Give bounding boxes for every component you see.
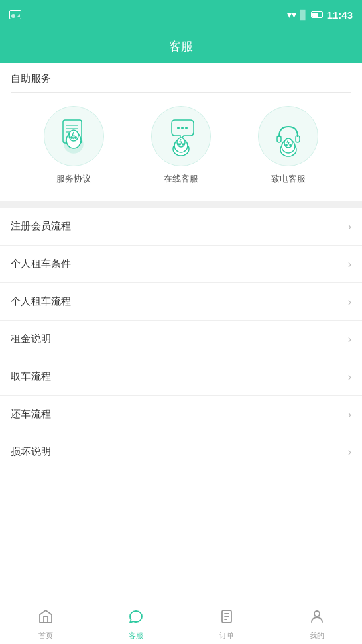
status-bar-left [9,10,21,19]
list-item-rent-flow[interactable]: 个人租车流程 › [0,283,362,321]
svg-point-8 [74,136,77,139]
nav-item-support[interactable]: 客服 [90,608,181,641]
service-grid: 服务协议 [0,93,362,201]
service-label-call: 致电客服 [271,173,306,185]
svg-point-22 [285,144,288,146]
page-title: 客服 [169,38,193,54]
orders-icon [219,608,235,629]
status-time: 11:43 [327,9,353,21]
list-item-label: 还车流程 [11,408,51,421]
nav-label-profile: 我的 [310,631,324,641]
block-separator [0,201,362,208]
svg-point-23 [289,144,292,146]
svg-point-28 [314,611,320,616]
service-icon-wrap-call [258,106,318,166]
svg-point-7 [70,136,73,139]
chevron-right-icon: › [348,296,351,308]
service-item-agreement[interactable]: 服务协议 [44,106,104,185]
list-item-pickup[interactable]: 取车流程 › [0,358,362,396]
list-item-rent-price[interactable]: 租金说明 › [0,321,362,358]
service-label-agreement: 服务协议 [56,173,91,185]
profile-icon [309,608,325,629]
section-header-self-service: 自助服务 [0,63,362,92]
service-icon-wrap-agreement [44,106,104,166]
nav-label-home: 首页 [38,631,53,641]
svg-point-16 [182,143,184,146]
wifi-icon: ▾▾ [287,9,296,20]
signal-icon: ▊ [300,10,307,20]
self-service-section: 自助服务 [0,63,362,201]
chevron-right-icon: › [348,221,351,233]
list-item-label: 损坏说明 [11,445,51,458]
chevron-right-icon: › [348,446,351,458]
list-item-label: 个人租车条件 [11,258,71,270]
mascot-online-icon [158,113,204,159]
nav-item-home[interactable]: 首页 [0,608,90,641]
list-item-label: 个人租车流程 [11,295,71,308]
mascot-call-icon [265,113,311,159]
chevron-right-icon: › [348,409,351,421]
gallery-icon [9,10,21,19]
chevron-right-icon: › [348,333,351,345]
list-item-label: 取车流程 [11,370,51,383]
nav-label-orders: 订单 [219,631,234,641]
list-item-rent-conditions[interactable]: 个人租车条件 › [0,246,362,283]
list-item-return[interactable]: 还车流程 › [0,396,362,433]
nav-item-orders[interactable]: 订单 [181,608,272,641]
service-icon-wrap-online [151,106,211,166]
svg-point-15 [178,143,180,146]
list-item-damage[interactable]: 损坏说明 › [0,433,362,470]
nav-label-support: 客服 [129,631,143,641]
menu-list: 注册会员流程 › 个人租车条件 › 个人租车流程 › 租金说明 › 取车流程 ›… [0,208,362,470]
chevron-right-icon: › [348,371,351,383]
status-bar-right: ▾▾ ▊ 11:43 [287,9,353,21]
header: 客服 [0,30,362,63]
service-item-online[interactable]: 在线客服 [151,106,211,185]
list-item-register[interactable]: 注册会员流程 › [0,208,362,246]
support-icon [128,608,144,629]
svg-point-10 [181,127,184,129]
svg-point-9 [177,127,180,129]
mascot-agreement-icon [51,113,97,159]
list-item-label: 租金说明 [11,333,51,345]
bottom-nav: 首页 客服 订单 我的 [0,604,362,644]
service-item-call[interactable]: 致电客服 [258,106,318,185]
list-item-label: 注册会员流程 [11,220,71,233]
svg-point-11 [185,127,188,129]
main-content: 自助服务 [0,63,362,604]
chevron-right-icon: › [348,258,351,270]
status-bar: ▾▾ ▊ 11:43 [0,0,362,30]
service-label-online: 在线客服 [164,173,198,185]
nav-item-profile[interactable]: 我的 [272,608,362,641]
home-icon [38,608,54,629]
battery-icon [311,11,323,18]
